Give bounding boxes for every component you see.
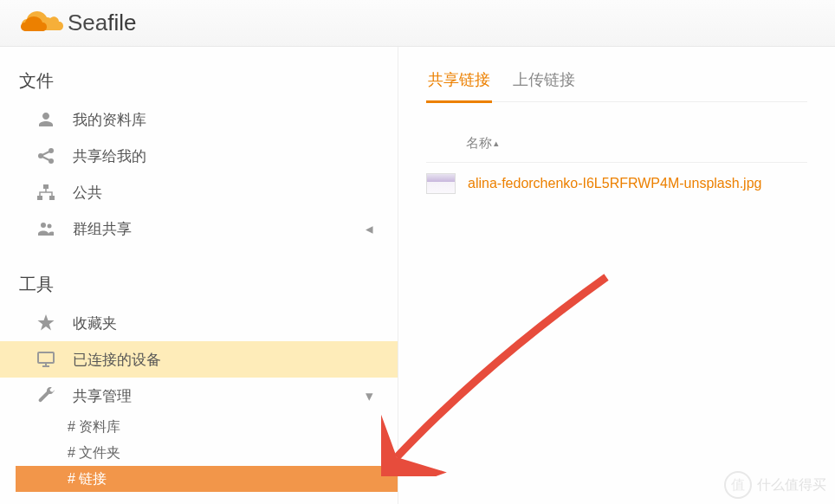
sort-asc-icon: ▴: [494, 138, 499, 149]
seafile-logo-icon: [19, 9, 64, 38]
main-content: 共享链接 上传链接 名称▴ alina-fedorchenko-I6L5RFRW…: [398, 47, 835, 504]
svg-point-7: [48, 224, 52, 229]
sub-item-libraries[interactable]: #资料库: [62, 414, 398, 440]
sidebar-item-label: 共享给我的: [73, 146, 146, 166]
share-admin-submenu: #资料库 #文件夹 #链接: [0, 414, 398, 492]
sidebar-item-connected-devices[interactable]: 已连接的设备: [0, 341, 398, 378]
watermark-icon: 值: [724, 471, 752, 499]
collapse-icon: ◂: [366, 220, 373, 238]
sidebar-item-label: 共享管理: [73, 386, 132, 406]
brand-name: Seafile: [68, 10, 137, 36]
star-icon: [35, 312, 57, 334]
tab-share-link[interactable]: 共享链接: [426, 69, 492, 103]
sub-item-links[interactable]: #链接: [16, 466, 398, 492]
svg-rect-5: [49, 196, 55, 200]
table-row: alina-fedorchenko-I6L5RFRWP4M-unsplash.j…: [426, 163, 807, 204]
tab-bar: 共享链接 上传链接: [426, 69, 807, 102]
svg-rect-4: [37, 196, 42, 200]
col-name-label: 名称: [466, 135, 492, 152]
sidebar-item-label: 收藏夹: [73, 313, 117, 333]
sidebar-item-label: 公共: [73, 183, 102, 203]
sidebar-item-shared-with-me[interactable]: 共享给我的: [0, 138, 398, 174]
watermark-text: 什么值得买: [757, 476, 826, 494]
sidebar-item-my-library[interactable]: 我的资料库: [0, 101, 398, 138]
section-files-title: 文件: [0, 64, 398, 101]
sidebar-item-label: 我的资料库: [73, 110, 146, 130]
file-thumbnail[interactable]: [426, 173, 456, 194]
share-icon: [35, 145, 57, 167]
sidebar-item-group-share[interactable]: 群组共享 ◂: [0, 210, 398, 247]
sidebar: 文件 我的资料库 共享给我的 公共 群组共享 ◂ 工具 收藏夹: [0, 47, 398, 504]
sidebar-item-label: 群组共享: [73, 219, 132, 239]
svg-rect-3: [43, 184, 49, 189]
watermark: 值 什么值得买: [724, 471, 826, 499]
group-icon: [35, 217, 57, 240]
person-icon: [35, 108, 57, 131]
sub-item-folders[interactable]: #文件夹: [62, 440, 398, 466]
sidebar-item-label: 已连接的设备: [73, 350, 161, 370]
sidebar-item-share-admin[interactable]: 共享管理 ▾: [0, 378, 398, 414]
tab-upload-link[interactable]: 上传链接: [511, 69, 577, 103]
section-tools-title: 工具: [0, 268, 398, 305]
app-header: Seafile: [0, 0, 835, 47]
file-name-link[interactable]: alina-fedorchenko-I6L5RFRWP4M-unsplash.j…: [468, 176, 761, 191]
sidebar-item-public[interactable]: 公共: [0, 174, 398, 210]
monitor-icon: [35, 348, 57, 371]
svg-point-6: [41, 223, 46, 228]
sitemap-icon: [35, 181, 57, 204]
wrench-icon: [35, 384, 57, 407]
svg-rect-8: [38, 352, 54, 363]
table-header[interactable]: 名称▴: [426, 126, 807, 163]
expand-icon: ▾: [366, 387, 373, 405]
brand-logo[interactable]: Seafile: [19, 9, 137, 38]
sidebar-item-favorites[interactable]: 收藏夹: [0, 305, 398, 341]
